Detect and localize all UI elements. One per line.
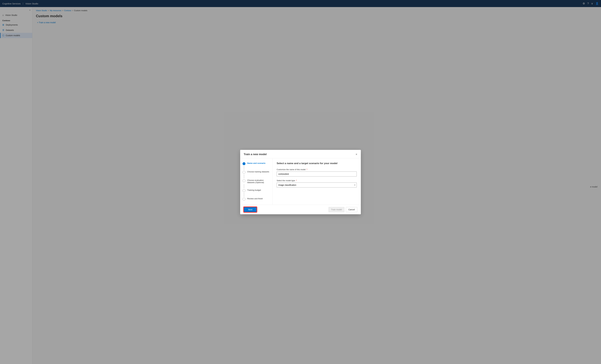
step-connector-2 <box>244 174 244 178</box>
modal-body: Name and scenario Choose training datase… <box>240 158 361 205</box>
step-5-indicator <box>242 198 245 201</box>
name-required-marker: * <box>307 168 307 171</box>
model-type-select-wrapper: Image classification Object detection ▾ <box>277 183 357 187</box>
step-connector-4 <box>244 193 244 197</box>
step-2-indicator <box>242 171 245 174</box>
step-connector-1 <box>244 166 244 170</box>
wizard-step-5[interactable]: Review and finish <box>242 197 270 201</box>
train-model-dialog: Train a new model × Name and scenario Ch… <box>240 150 361 214</box>
step-4-indicator <box>242 189 245 192</box>
step-3-indicator <box>242 179 245 182</box>
step-4-label: Training budget <box>247 189 261 191</box>
wizard-content-title: Select a name and a target scenario for … <box>277 162 357 165</box>
step-2-label: Choose training datasets <box>247 170 269 173</box>
model-type-label: Select the model type * <box>277 179 357 182</box>
type-required-marker: * <box>296 179 297 182</box>
wizard-step-4[interactable]: Training budget <box>242 189 270 192</box>
wizard-steps-panel: Name and scenario Choose training datase… <box>240 158 272 205</box>
next-button[interactable]: Next <box>244 207 257 212</box>
step-connector-3 <box>244 184 244 188</box>
model-name-label: Customize the name of this model * <box>277 168 357 171</box>
modal-overlay: Train a new model × Name and scenario Ch… <box>0 0 601 364</box>
step-1-indicator <box>242 162 245 165</box>
step-1-label: Name and scenario <box>247 162 265 164</box>
model-name-input[interactable] <box>277 171 357 177</box>
step-3-label: Choose evaluation datasets (Optional) <box>247 179 270 184</box>
train-model-button: Train model <box>329 207 344 212</box>
modal-header: Train a new model × <box>240 150 361 158</box>
wizard-step-2[interactable]: Choose training datasets <box>242 170 270 174</box>
wizard-step-3[interactable]: Choose evaluation datasets (Optional) <box>242 179 270 184</box>
modal-close-button[interactable]: × <box>356 153 357 156</box>
cancel-button[interactable]: Cancel <box>346 207 357 212</box>
model-type-select[interactable]: Image classification Object detection <box>277 183 357 187</box>
wizard-content-panel: Select a name and a target scenario for … <box>272 158 361 205</box>
form-group-model-name: Customize the name of this model * <box>277 168 357 177</box>
wizard-step-1[interactable]: Name and scenario <box>242 162 270 165</box>
modal-footer: Next Train model Cancel <box>240 205 361 214</box>
step-5-label: Review and finish <box>247 197 263 200</box>
modal-title: Train a new model <box>244 153 267 156</box>
form-group-model-type: Select the model type * Image classifica… <box>277 179 357 187</box>
